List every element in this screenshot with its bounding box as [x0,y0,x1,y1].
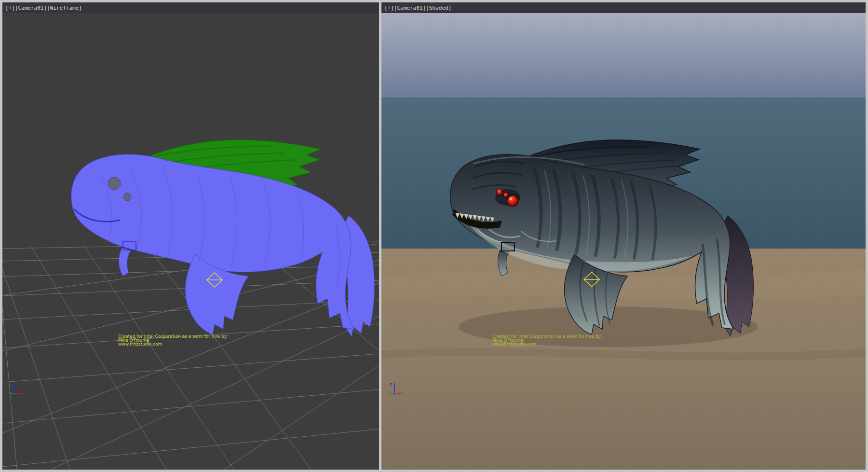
viewport-camera-label[interactable]: [Camera01] [15,5,47,11]
viewport-wireframe[interactable]: [+] [Camera01] [Wireframe] [2,2,379,470]
axis-z-label: z [390,382,392,387]
axis-z-label: z [11,382,13,387]
viewport-camera-label[interactable]: [Camera01] [394,5,426,11]
sky [381,13,866,97]
viewport-label-bar: [+] [Camera01] [Shaded] [381,2,866,13]
fish-eye-spot [108,177,121,190]
watermark: Created for Intel Corporation as a work … [492,334,602,346]
watermark: Created for Intel Corporation as a work … [118,334,228,346]
fish-eye-small [503,193,508,197]
eye-highlight [510,198,512,200]
shaded-scene: z [381,13,866,470]
axis-x-line [15,393,24,394]
viewport-shading-label[interactable]: [Wireframe] [47,5,82,11]
axis-tripod: z [9,382,24,394]
fish-eye-small [497,189,503,195]
fish-eye-large [507,195,518,207]
sand-highlight [381,270,866,300]
axis-y-line [9,392,15,394]
watermark-line: www.fritzstudio.com [118,342,228,346]
viewport-menu-button[interactable]: [+] [384,5,394,11]
viewport-shading-label[interactable]: [Shaded] [426,5,451,11]
wireframe-scene: z [2,13,379,470]
fish-eye-spot-small [123,193,131,201]
watermark-line: www.fritzstudio.com [492,342,602,346]
pelvic-fin-shape [119,248,131,276]
viewport-shaded[interactable]: [+] [Camera01] [Shaded] [381,2,866,470]
max-viewport-window: [+] [Camera01] [Wireframe] [0,0,868,472]
viewport-menu-button[interactable]: [+] [5,5,15,11]
viewport-label-bar: [+] [Camera01] [Wireframe] [2,2,379,13]
fish-model[interactable] [71,140,375,336]
